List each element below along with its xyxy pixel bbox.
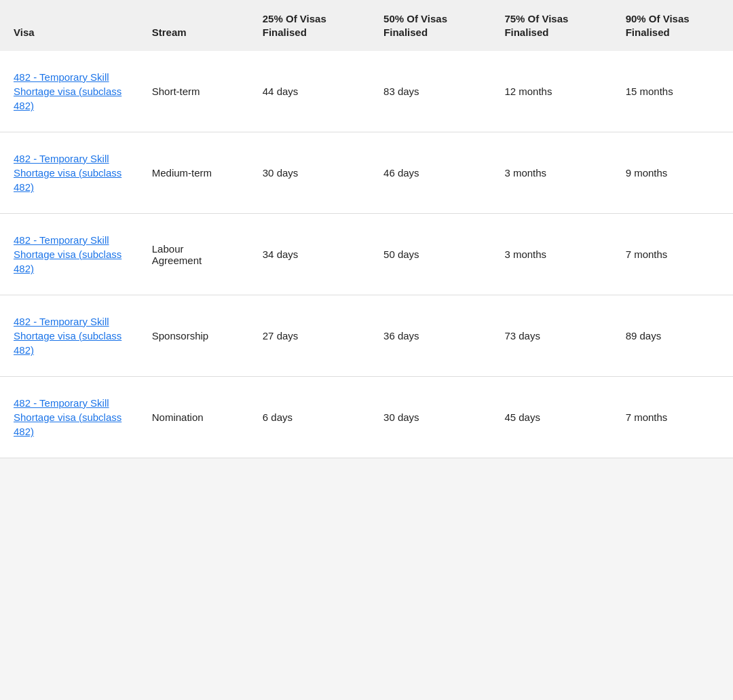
p50-cell: 50 days	[370, 214, 491, 295]
col-header-p25: 25% Of Visas Finalised	[249, 0, 370, 51]
visa-link[interactable]: 482 - Temporary Skill Shortage visa (sub…	[14, 233, 125, 276]
visa-cell: 482 - Temporary Skill Shortage visa (sub…	[0, 295, 138, 377]
col-header-stream: Stream	[138, 0, 249, 51]
table-body: 482 - Temporary Skill Shortage visa (sub…	[0, 51, 733, 458]
p75-cell: 12 months	[491, 51, 612, 132]
table-row: 482 - Temporary Skill Shortage visa (sub…	[0, 132, 733, 214]
p50-cell: 46 days	[370, 132, 491, 214]
stream-cell: Nomination	[138, 377, 249, 458]
p75-cell: 3 months	[491, 214, 612, 295]
visa-cell: 482 - Temporary Skill Shortage visa (sub…	[0, 377, 138, 458]
visa-link[interactable]: 482 - Temporary Skill Shortage visa (sub…	[14, 151, 125, 194]
p50-cell: 83 days	[370, 51, 491, 132]
p90-cell: 7 months	[612, 214, 733, 295]
p25-cell: 6 days	[249, 377, 370, 458]
table-container: Visa Stream 25% Of Visas Finalised 50% O…	[0, 0, 733, 458]
p90-cell: 15 months	[612, 51, 733, 132]
p50-cell: 36 days	[370, 295, 491, 377]
p50-cell: 30 days	[370, 377, 491, 458]
col-header-p90: 90% Of Visas Finalised	[612, 0, 733, 51]
table-header: Visa Stream 25% Of Visas Finalised 50% O…	[0, 0, 733, 51]
p75-cell: 45 days	[491, 377, 612, 458]
p90-cell: 9 months	[612, 132, 733, 214]
stream-cell: Medium-term	[138, 132, 249, 214]
p25-cell: 27 days	[249, 295, 370, 377]
p75-cell: 3 months	[491, 132, 612, 214]
stream-cell: Labour Agreement	[138, 214, 249, 295]
p75-cell: 73 days	[491, 295, 612, 377]
header-row: Visa Stream 25% Of Visas Finalised 50% O…	[0, 0, 733, 51]
visa-cell: 482 - Temporary Skill Shortage visa (sub…	[0, 214, 138, 295]
p90-cell: 7 months	[612, 377, 733, 458]
visa-link[interactable]: 482 - Temporary Skill Shortage visa (sub…	[14, 396, 125, 439]
table-row: 482 - Temporary Skill Shortage visa (sub…	[0, 51, 733, 132]
stream-cell: Sponsorship	[138, 295, 249, 377]
p25-cell: 30 days	[249, 132, 370, 214]
table-row: 482 - Temporary Skill Shortage visa (sub…	[0, 214, 733, 295]
col-header-visa: Visa	[0, 0, 138, 51]
col-header-p75: 75% Of Visas Finalised	[491, 0, 612, 51]
visa-cell: 482 - Temporary Skill Shortage visa (sub…	[0, 51, 138, 132]
table-row: 482 - Temporary Skill Shortage visa (sub…	[0, 377, 733, 458]
table-row: 482 - Temporary Skill Shortage visa (sub…	[0, 295, 733, 377]
visa-link[interactable]: 482 - Temporary Skill Shortage visa (sub…	[14, 314, 125, 357]
visa-link[interactable]: 482 - Temporary Skill Shortage visa (sub…	[14, 70, 125, 113]
p25-cell: 44 days	[249, 51, 370, 132]
p90-cell: 89 days	[612, 295, 733, 377]
stream-cell: Short-term	[138, 51, 249, 132]
visa-cell: 482 - Temporary Skill Shortage visa (sub…	[0, 132, 138, 214]
p25-cell: 34 days	[249, 214, 370, 295]
visa-processing-table: Visa Stream 25% Of Visas Finalised 50% O…	[0, 0, 733, 458]
col-header-p50: 50% Of Visas Finalised	[370, 0, 491, 51]
